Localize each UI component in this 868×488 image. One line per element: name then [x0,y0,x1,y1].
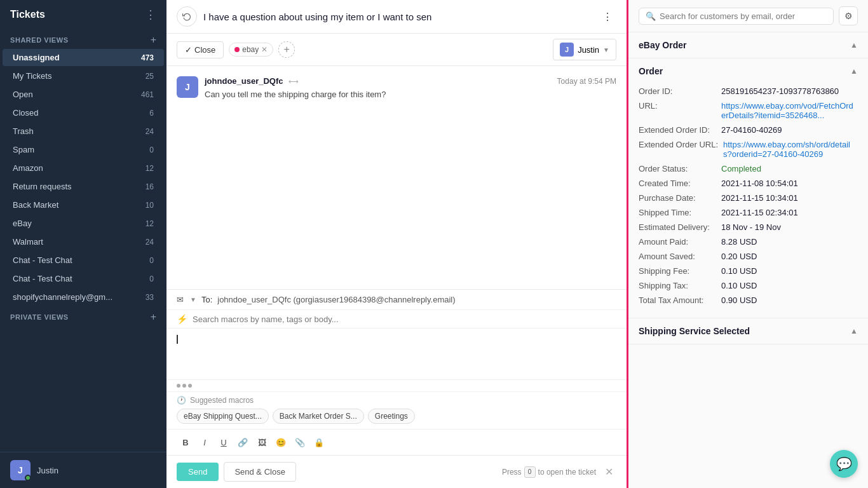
close-ticket-button[interactable]: ✓ Close [177,41,224,58]
right-panel: 🔍 ⚙ eBay Order ▲ Order ▲ Order ID: 25819… [627,0,868,488]
ebay-order-title: eBay Order [639,40,686,50]
action-dot-3 [188,384,192,388]
sidebar-username: Justin [37,466,58,475]
tag-ebay: ebay ✕ [229,43,273,57]
action-dots[interactable] [177,384,192,388]
reply-area: ✉ ▼ To: johndoe_user_DQfc (gorgiasuser19… [166,289,627,488]
reply-to-row: ✉ ▼ To: johndoe_user_DQfc (gorgiasuser19… [166,290,627,310]
checkmark-icon: ✓ [185,45,192,55]
reply-body[interactable] [166,329,627,379]
tag-color-dot [234,47,240,52]
tag-remove-button[interactable]: ✕ [261,46,268,53]
macros-label: 🕐 Suggested macros [177,396,616,405]
text-cursor [177,335,178,344]
chat-bubble-button[interactable]: 💬 [830,450,858,478]
keyboard-shortcut: 0 [524,466,536,478]
settings-button[interactable]: ⚙ [839,6,858,25]
sidebar-item-open[interactable]: Open 461 [3,86,164,103]
sidebar-item-closed[interactable]: Closed 6 [3,104,164,121]
clock-icon: 🕐 [177,396,186,405]
total-tax-row: Total Tax Amount: 0.90 USD [639,295,858,305]
sidebar-item-walmart[interactable]: Walmart 24 [3,233,164,250]
message-time: Today at 9:54 PM [557,77,616,86]
order-title: Order [639,66,663,76]
message-meta: johndoe_user_DQfc ⟷ Today at 9:54 PM [205,76,616,86]
shipping-service-title: Shipping Service Selected [639,326,750,336]
bold-button[interactable]: B [177,433,194,451]
ticket-more-button[interactable]: ⋮ [599,8,616,25]
order-url-link[interactable]: https://www.ebay.com/vod/FetchOrderDetai… [721,101,858,120]
search-wrap: 🔍 [639,8,834,25]
link-button[interactable]: 🔗 [234,433,252,451]
message-text: Can you tell me the shipping charge for … [205,88,616,101]
user-avatar: J [10,460,31,480]
shared-views-header: SHARED VIEWS + [0,29,166,48]
reply-to-email: johndoe_user_DQfc (gorgiasuser19684398@c… [217,295,455,304]
add-tag-button[interactable]: + [278,41,295,58]
history-button[interactable] [177,6,197,27]
send-button[interactable]: Send [177,463,219,481]
reply-type-dropdown[interactable]: ▼ [190,296,196,303]
macro-search-input[interactable] [193,315,616,324]
underline-button[interactable]: U [215,433,233,451]
action-bar: Send Send & Close Press 0 to open the ti… [166,455,627,488]
estimated-delivery-row: Estimated Delivery: 18 Nov - 19 Nov [639,222,858,232]
sidebar-title: Tickets [10,9,45,20]
sidebar-item-my-tickets[interactable]: My Tickets 25 [3,67,164,85]
press-hint: Press 0 to open the ticket [502,466,596,478]
chevron-down-icon: ▼ [603,46,609,53]
assignee-avatar: J [560,43,574,57]
conversation-area: J johndoe_user_DQfc ⟷ Today at 9:54 PM C… [166,66,627,289]
external-link-icon: ⟷ [288,78,299,86]
customer-search-input[interactable] [660,11,827,21]
sidebar-item-ebay[interactable]: eBay 12 [3,215,164,232]
add-shared-view-button[interactable]: + [151,34,156,46]
lock-button[interactable]: 🔒 [310,433,328,451]
collapse-shipping-icon: ▲ [850,327,858,336]
amount-saved-row: Amount Saved: 0.20 USD [639,252,858,261]
sidebar-item-spam[interactable]: Spam 0 [3,141,164,158]
sidebar-header: Tickets ⋮ [0,0,166,29]
sidebar-more-button[interactable]: ⋮ [145,8,156,22]
collapse-ebay-order-icon: ▲ [850,41,858,50]
ebay-order-header[interactable]: eBay Order ▲ [628,32,868,58]
sidebar-item-return-requests[interactable]: Return requests 16 [3,178,164,195]
close-reply-button[interactable]: ✕ [601,464,616,480]
reply-actions-row [166,379,627,391]
sidebar-item-chat-test-1[interactable]: Chat - Test Chat 0 [3,252,164,269]
order-section-header[interactable]: Order ▲ [628,58,868,84]
sidebar-item-chat-test-2[interactable]: Chat - Test Chat 0 [3,270,164,287]
image-button[interactable]: 🖼 [253,433,271,451]
lightning-icon: ⚡ [177,314,187,324]
macros-area: 🕐 Suggested macros eBay Shipping Quest..… [166,391,627,429]
url-row: URL: https://www.ebay.com/vod/FetchOrder… [639,101,858,120]
message-avatar: J [177,76,198,98]
format-bar: B I U 🔗 🖼 😊 📎 🔒 [166,429,627,455]
sidebar-item-unassigned[interactable]: Unassigned 473 [3,49,164,66]
macro-pill-back-market[interactable]: Back Market Order S... [273,409,364,424]
sidebar-item-shopify[interactable]: shopifychannelreply@gm... 33 [3,288,164,306]
emoji-button[interactable]: 😊 [272,433,290,451]
order-section: Order ▲ Order ID: 258191654237-109377876… [628,58,868,318]
shipping-service-header[interactable]: Shipping Service Selected ▲ [628,318,868,344]
macro-pill-greetings[interactable]: Greetings [368,409,415,424]
attachment-button[interactable]: 📎 [291,433,309,451]
open-ticket-label: to open the ticket [538,468,596,477]
sidebar-item-trash[interactable]: Trash 24 [3,123,164,140]
mail-icon: ✉ [177,295,184,304]
sidebar-item-back-market[interactable]: Back Market 10 [3,196,164,214]
created-time-row: Created Time: 2021-11-08 10:54:01 [639,179,858,188]
extended-order-url-link[interactable]: https://www.ebay.com/sh/ord/details?orde… [723,140,858,159]
macro-pill-ebay-shipping[interactable]: eBay Shipping Quest... [177,409,269,424]
send-close-button[interactable]: Send & Close [224,462,296,482]
message-row: J johndoe_user_DQfc ⟷ Today at 9:54 PM C… [177,76,616,101]
add-private-view-button[interactable]: + [151,311,156,323]
order-panel-body: Order ID: 258191654237-1093778763860 URL… [628,84,868,318]
italic-button[interactable]: I [196,433,214,451]
top-search-bar: 🔍 ⚙ [628,0,868,32]
assignee-selector[interactable]: J Justin ▼ [553,39,616,60]
shipped-time-row: Shipped Time: 2021-11-15 02:34:01 [639,208,858,217]
online-indicator [25,475,31,481]
action-dot-1 [177,384,180,388]
sidebar-item-amazon[interactable]: Amazon 12 [3,159,164,177]
